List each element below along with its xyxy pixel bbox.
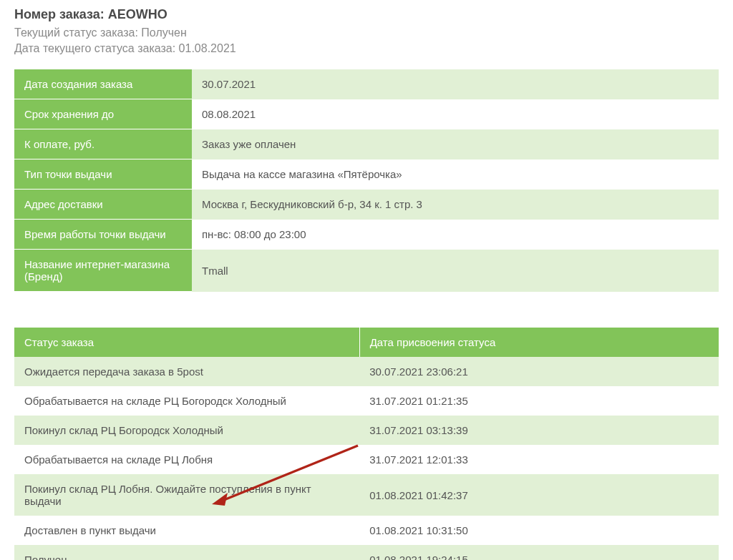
status-table-wrapper: Статус заказа Дата присвоения статуса Ож… (14, 328, 719, 560)
current-status-value: Получен (141, 26, 186, 39)
date-cell: 31.07.2021 12:01:33 (359, 445, 719, 474)
table-row: Адрес доставки Москва г, Бескудниковский… (14, 190, 719, 220)
table-row: Обрабатывается на складе РЦ Лобня 31.07.… (14, 445, 719, 474)
status-header: Статус заказа (14, 328, 359, 357)
order-number-value: AEOWHO (108, 7, 168, 21)
order-header: Номер заказа: AEOWHO Текущий статус зака… (14, 7, 719, 55)
table-row: Покинул склад РЦ Богородск Холодный 31.0… (14, 416, 719, 445)
date-cell: 01.08.2021 10:31:50 (359, 516, 719, 545)
info-label: Адрес доставки (14, 190, 192, 220)
order-number-line: Номер заказа: AEOWHO (14, 7, 719, 22)
table-row: Ожидается передача заказа в 5post 30.07.… (14, 357, 719, 386)
info-label: Время работы точки выдачи (14, 220, 192, 250)
order-info-table: Дата создания заказа 30.07.2021 Срок хра… (14, 69, 719, 292)
status-date-line: Дата текущего статуса заказа: 01.08.2021 (14, 42, 719, 55)
info-value: пн-вс: 08:00 до 23:00 (192, 220, 719, 250)
table-row: Тип точки выдачи Выдача на кассе магазин… (14, 159, 719, 190)
info-label: К оплате, руб. (14, 129, 192, 159)
table-row: Дата создания заказа 30.07.2021 (14, 69, 719, 99)
status-date-label: Дата текущего статуса заказа: (14, 42, 179, 54)
date-header: Дата присвоения статуса (359, 328, 719, 357)
date-cell: 30.07.2021 23:06:21 (359, 357, 719, 386)
status-cell: Покинул склад РЦ Лобня. Ожидайте поступл… (14, 474, 359, 516)
date-cell: 01.08.2021 01:42:37 (359, 474, 719, 516)
table-row: Покинул склад РЦ Лобня. Ожидайте поступл… (14, 474, 719, 516)
table-row: Время работы точки выдачи пн-вс: 08:00 д… (14, 220, 719, 250)
info-label: Тип точки выдачи (14, 159, 192, 190)
table-row: Название интернет-магазина (Бренд) Tmall (14, 250, 719, 292)
info-value: 08.08.2021 (192, 99, 719, 129)
current-status-line: Текущий статус заказа: Получен (14, 26, 719, 39)
table-row: Срок хранения до 08.08.2021 (14, 99, 719, 129)
status-history-table: Статус заказа Дата присвоения статуса Ож… (14, 328, 719, 560)
info-label: Дата создания заказа (14, 69, 192, 99)
status-cell: Доставлен в пункт выдачи (14, 516, 359, 545)
table-row: Доставлен в пункт выдачи 01.08.2021 10:3… (14, 516, 719, 545)
current-status-label: Текущий статус заказа: (14, 26, 141, 39)
table-header-row: Статус заказа Дата присвоения статуса (14, 328, 719, 357)
table-row: К оплате, руб. Заказ уже оплачен (14, 129, 719, 159)
status-cell: Покинул склад РЦ Богородск Холодный (14, 416, 359, 445)
info-value: Москва г, Бескудниковский б-р, 34 к. 1 с… (192, 190, 719, 220)
info-value: Tmall (192, 250, 719, 292)
info-label: Название интернет-магазина (Бренд) (14, 250, 192, 292)
table-row: Получен 01.08.2021 19:24:15 (14, 545, 719, 560)
info-value: 30.07.2021 (192, 69, 719, 99)
date-cell: 01.08.2021 19:24:15 (359, 545, 719, 560)
date-cell: 31.07.2021 01:21:35 (359, 386, 719, 416)
info-label: Срок хранения до (14, 99, 192, 129)
info-value: Выдача на кассе магазина «Пятёрочка» (192, 159, 719, 190)
status-cell: Ожидается передача заказа в 5post (14, 357, 359, 386)
table-row: Обрабатывается на складе РЦ Богородск Хо… (14, 386, 719, 416)
info-value: Заказ уже оплачен (192, 129, 719, 159)
status-cell: Обрабатывается на складе РЦ Лобня (14, 445, 359, 474)
status-cell: Получен (14, 545, 359, 560)
order-number-label: Номер заказа: (14, 7, 108, 21)
date-cell: 31.07.2021 03:13:39 (359, 416, 719, 445)
status-date-value: 01.08.2021 (179, 42, 236, 54)
status-cell: Обрабатывается на складе РЦ Богородск Хо… (14, 386, 359, 416)
